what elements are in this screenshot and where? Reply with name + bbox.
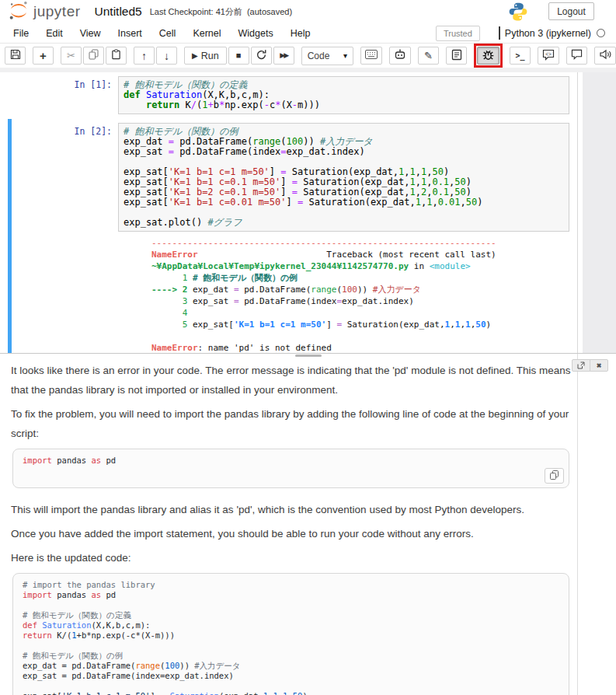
ask-code-question-button[interactable]: <> (538, 47, 559, 65)
plus-icon: + (40, 50, 47, 61)
notebook-title[interactable]: Untitled5 (95, 5, 142, 19)
code-line (23, 641, 559, 651)
run-label: Run (201, 51, 219, 61)
code-line: ----------------------------------------… (151, 237, 569, 249)
notebook-cell[interactable]: In [1]:# 飽和モデル（関数）の定義def Saturation(X,K,… (8, 72, 577, 119)
fast-forward-icon: ▶▶ (280, 52, 287, 59)
code-line: def Saturation(X,K,b,c,m): (23, 620, 559, 630)
code-line: # 飽和モデル（関数）の定義 (23, 610, 559, 620)
cell-prompt: In [2]: (12, 123, 118, 232)
interrupt-kernel-button[interactable]: ■ (228, 47, 249, 65)
bug-icon (482, 48, 495, 64)
debug-button[interactable] (477, 47, 499, 65)
keyboard-icon (365, 50, 378, 61)
format-code-button[interactable]: ✎ (418, 47, 439, 65)
code-line: 5 exp_sat['K=1 b=1 c=1 m=50'] = Saturati… (151, 319, 569, 330)
logout-button[interactable]: Logout (548, 2, 594, 20)
copy-cell-button[interactable] (83, 47, 104, 65)
code-line: return K/(1+b*np.exp(-c*(X-m))) (124, 100, 564, 110)
paste-cell-button[interactable] (106, 47, 127, 65)
restart-run-all-button[interactable]: ▶▶ (273, 47, 294, 65)
cut-cell-button[interactable]: ✂ (61, 47, 82, 65)
move-cell-up-button[interactable]: ↑ (134, 47, 155, 65)
jupyter-logo[interactable]: jupyter (7, 0, 81, 24)
code-line: # 飽和モデル（関数）の例 (23, 651, 559, 661)
code-line: 4 (151, 307, 569, 319)
paste-icon (111, 49, 121, 62)
add-cell-button[interactable]: + (33, 47, 54, 65)
arrow-up-icon: ↑ (141, 51, 147, 61)
cell-prompt: In [1]: (12, 76, 118, 114)
popout-icon (577, 360, 585, 372)
code-line: # import the pandas library (23, 580, 559, 590)
cell-type-value: Code (308, 51, 330, 61)
floppy-icon (10, 49, 21, 62)
kernel-name: Python 3 (ipykernel) (505, 28, 591, 39)
run-button[interactable]: ▶ Run (184, 47, 227, 65)
code-line: exp_sat = pd.DataFrame(index=exp_dat.ind… (23, 671, 559, 681)
code-input-area[interactable]: # 飽和モデル（関数）の定義def Saturation(X,K,b,c,m):… (118, 76, 569, 114)
menu-item-cell[interactable]: Cell (151, 28, 185, 39)
comment-button[interactable] (566, 47, 587, 65)
assistant-paragraph: It looks like there is an error in your … (11, 361, 571, 400)
restart-kernel-button[interactable] (251, 47, 272, 65)
menu-item-view[interactable]: View (71, 28, 110, 39)
kernel-idle-icon (597, 29, 605, 37)
notebook-container: In [1]:# 飽和モデル（関数）の定義def Saturation(X,K,… (0, 72, 578, 353)
code-snippet-block: # import the pandas libraryimport pandas… (12, 573, 569, 695)
code-line (23, 681, 559, 691)
document-icon (451, 49, 462, 63)
move-cell-down-button[interactable]: ↓ (156, 47, 177, 65)
menu-item-help[interactable]: Help (282, 28, 319, 39)
python-logo-icon (508, 2, 528, 25)
menu-item-widgets[interactable]: Widgets (230, 28, 282, 39)
notebook-header: jupyter Untitled5 Last Checkpoint: 41分前 … (0, 0, 616, 23)
code-line: 1 # 飽和モデル（関数）の例 (151, 272, 569, 284)
code-line: NameError Traceback (most recent call la… (151, 249, 569, 260)
copy-code-button[interactable] (545, 468, 564, 484)
menu-item-file[interactable]: File (5, 28, 37, 39)
cell-type-select[interactable]: Code ▾ (301, 47, 353, 65)
voice-button[interactable] (594, 47, 616, 65)
arrow-down-icon: ↓ (164, 51, 169, 61)
code-line (151, 330, 569, 342)
menu-item-edit[interactable]: Edit (37, 28, 71, 39)
explain-code-button[interactable] (446, 47, 467, 65)
play-icon: ▶ (192, 52, 198, 60)
assistant-paragraph: To fix the problem, you will need to imp… (11, 404, 571, 443)
comment-code-icon: <> (542, 49, 555, 63)
code-line (23, 600, 559, 610)
code-line: ----> 2 exp_dat = pd.DataFrame(range(100… (151, 284, 569, 295)
menu-item-insert[interactable]: Insert (110, 28, 151, 39)
code-line: import pandas as pd (23, 590, 559, 600)
kernel-divider (499, 26, 500, 40)
checkpoint-text: Last Checkpoint: 41分前 (150, 6, 242, 18)
restart-icon (256, 49, 267, 63)
code-line: 3 exp_sat = pd.DataFrame(index=exp_dat.i… (151, 295, 569, 307)
save-button[interactable] (5, 47, 26, 65)
trusted-badge[interactable]: Trusted (436, 26, 480, 41)
stop-icon: ■ (236, 51, 242, 60)
close-panel-button[interactable]: ✖ (590, 359, 608, 372)
popout-button[interactable] (572, 359, 590, 372)
chatgpt-assistant-button[interactable] (389, 47, 411, 65)
code-line: exp_sat['K=1 b=1 c=0.01 m=50'] = Saturat… (124, 197, 564, 208)
command-palette-button[interactable] (360, 47, 382, 65)
terminal-button[interactable]: >_ (510, 47, 531, 65)
menu-item-kernel[interactable]: Kernel (184, 28, 229, 39)
notebook-area: In [1]:# 飽和モデル（関数）の定義def Saturation(X,K,… (0, 68, 616, 353)
assistant-paragraph: Once you have added the import statement… (11, 524, 571, 543)
scissors-icon: ✂ (67, 51, 75, 61)
assistant-panel: ✖ It looks like there is an error in you… (0, 353, 616, 695)
menu-bar: FileEditViewInsertCellKernelWidgetsHelp … (0, 23, 616, 44)
terminal-icon: >_ (515, 52, 524, 60)
notebook-right-gutter (583, 72, 616, 353)
jupyter-logo-text: jupyter (33, 3, 81, 20)
assistant-paragraph: This will import the pandas library and … (11, 500, 571, 519)
copy-icon (89, 49, 99, 62)
notebook-cell[interactable]: In [2]:# 飽和モデル（関数）の例exp_dat = pd.DataFra… (8, 119, 577, 353)
code-input-area[interactable]: # 飽和モデル（関数）の例exp_dat = pd.DataFrame(rang… (118, 123, 569, 232)
assistant-paragraph: Here is the updated code: (11, 548, 571, 568)
pen-icon: ✎ (424, 51, 433, 61)
close-icon: ✖ (597, 362, 602, 369)
